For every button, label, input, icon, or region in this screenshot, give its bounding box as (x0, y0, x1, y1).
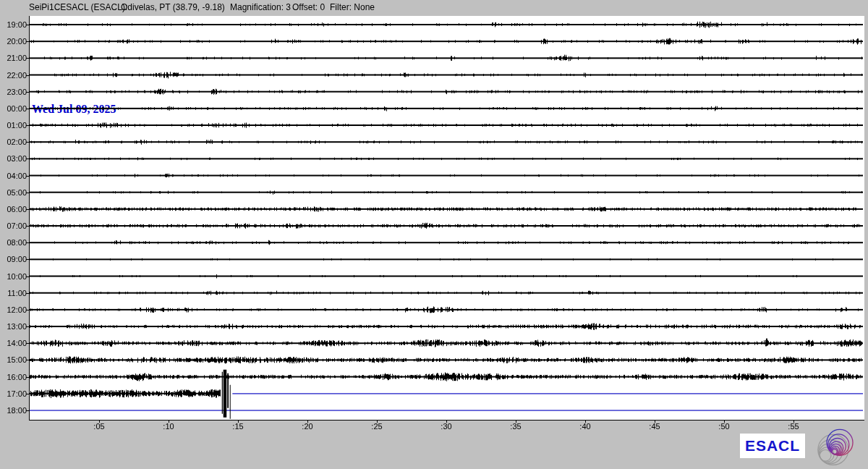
x-axis-label: :20 (293, 422, 322, 431)
y-axis-tick (26, 259, 29, 260)
x-axis-label: :55 (779, 422, 808, 431)
y-axis-label: 09:00 (0, 255, 27, 263)
y-axis-label: 05:00 (0, 188, 27, 197)
y-axis-label: 20:00 (0, 37, 27, 46)
x-axis-tick (655, 420, 655, 423)
y-axis-tick (26, 226, 29, 227)
magnification-label: Magnification: 3 (230, 2, 291, 12)
y-axis-label: 12:00 (0, 305, 27, 314)
offset-label: Offset: 0 (292, 2, 325, 12)
x-axis-label: :50 (710, 422, 739, 431)
y-axis-tick (26, 343, 29, 344)
brand-box: ESACL (740, 434, 805, 458)
x-axis-label: :40 (571, 422, 600, 431)
y-axis-tick (26, 276, 29, 277)
y-axis-tick (26, 326, 29, 327)
y-axis-label: 11:00 (0, 289, 27, 297)
logo-circle (820, 450, 831, 462)
y-axis-label: 15:00 (0, 355, 27, 364)
x-axis-tick (516, 420, 516, 423)
y-axis-label: 06:00 (0, 205, 27, 214)
brand-text: ESACL (745, 437, 800, 455)
x-axis-label: :45 (640, 422, 669, 431)
y-axis-label: 17:00 (0, 389, 27, 398)
y-axis-label: 07:00 (0, 221, 27, 230)
y-axis-tick (26, 310, 29, 310)
plot-left-border (29, 16, 30, 421)
y-axis-tick (26, 209, 29, 210)
x-axis-label: :15 (224, 422, 252, 431)
filter-label: Filter: None (330, 2, 375, 12)
x-axis-tick (793, 420, 794, 423)
x-axis-label: :35 (501, 422, 530, 431)
y-axis-tick (26, 92, 29, 93)
y-axis-label: 13:00 (0, 322, 27, 331)
y-axis-tick (26, 193, 29, 193)
y-axis-tick (26, 58, 29, 59)
y-axis-tick (26, 75, 29, 76)
esacl-spiral-logo (809, 428, 865, 469)
y-axis-tick (26, 242, 29, 243)
x-axis-label: :10 (154, 422, 183, 431)
y-axis-label: 08:00 (0, 238, 27, 247)
y-axis-label: 14:00 (0, 339, 27, 347)
y-axis-label: 03:00 (0, 154, 27, 163)
x-axis-tick (724, 420, 725, 423)
y-axis-label: 22:00 (0, 71, 27, 80)
x-axis-tick (377, 420, 378, 423)
y-axis-label: 16:00 (0, 373, 27, 381)
y-axis-label: 01:00 (0, 121, 27, 130)
y-axis-tick (26, 109, 29, 109)
logo-circle (832, 449, 837, 455)
x-axis-tick (446, 420, 447, 423)
y-axis-tick (26, 377, 29, 378)
x-axis-label: :30 (432, 422, 461, 431)
station-location-label: Odivelas, PT (38.79, -9.18) (121, 2, 225, 12)
y-axis-tick (26, 176, 29, 177)
helicorder-window: SeiPi1CESACL (ESACL): Odivelas, PT (38.7… (0, 0, 868, 469)
x-axis-label: :05 (85, 422, 114, 431)
date-label: Wed Jul 09, 2025 (32, 103, 116, 116)
y-axis-label: 18:00 (0, 406, 27, 415)
y-axis-label: 21:00 (0, 54, 27, 62)
y-axis-tick (26, 25, 29, 25)
y-axis-tick (26, 159, 29, 159)
x-axis-tick (307, 420, 308, 423)
y-axis-label: 00:00 (0, 104, 27, 113)
y-axis-tick (26, 41, 29, 42)
y-axis-tick (26, 293, 29, 294)
y-axis-tick (26, 394, 29, 394)
y-axis-label: 04:00 (0, 172, 27, 180)
y-axis-tick (26, 125, 29, 126)
x-axis-tick (585, 420, 586, 423)
y-axis-label: 19:00 (0, 20, 27, 29)
station-id-label: SeiPi1CESACL (ESACL): (29, 2, 127, 12)
plot-area (29, 16, 864, 420)
y-axis-tick (26, 360, 29, 360)
x-axis-tick (169, 420, 169, 423)
y-axis-label: 23:00 (0, 88, 27, 96)
y-axis-tick (26, 410, 29, 411)
x-axis-tick (238, 420, 239, 423)
y-axis-label: 02:00 (0, 138, 27, 146)
y-axis-tick (26, 142, 29, 143)
x-axis-label: :25 (362, 422, 391, 431)
x-axis-tick (99, 420, 100, 423)
y-axis-label: 10:00 (0, 272, 27, 281)
